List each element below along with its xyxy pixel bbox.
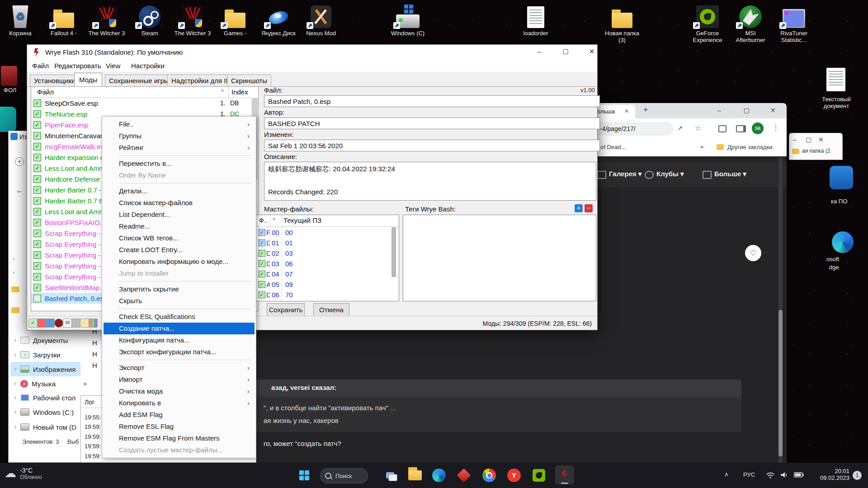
- search-box[interactable]: Поиск: [320, 468, 368, 483]
- menu-item-remove-esm-flag[interactable]: Remove ESM Flag From Masters: [102, 432, 256, 444]
- menu-item-file[interactable]: File..›: [102, 118, 256, 130]
- checkbox-checked-icon[interactable]: ✓: [33, 262, 41, 270]
- sidebar-icon[interactable]: [736, 125, 746, 132]
- like-heart-icon[interactable]: ♡: [745, 245, 761, 261]
- checkbox-checked-icon[interactable]: ✓: [33, 132, 41, 140]
- quote-link[interactable]: ...: [388, 404, 396, 412]
- master-row[interactable]: ✓F0000: [256, 227, 390, 238]
- edge-icon[interactable]: [832, 231, 854, 253]
- maximize-icon[interactable]: ▢: [806, 136, 811, 143]
- menu-item-list-dependent[interactable]: List Dependent...: [102, 209, 256, 221]
- checkbox-checked-icon[interactable]: ✓: [33, 121, 41, 129]
- masters-scrollbar-thumb[interactable]: [392, 227, 396, 277]
- tree-chevron-icon[interactable]: ›: [9, 269, 19, 276]
- battery-icon[interactable]: [794, 472, 804, 478]
- taskbar-explorer-icon[interactable]: [407, 468, 423, 483]
- master-row[interactable]: ✓D0306: [256, 258, 390, 269]
- cancel-button[interactable]: Отмена: [313, 303, 349, 316]
- sidebar-item-desktop[interactable]: › Рабочий стол: [10, 390, 87, 405]
- extensions-icon[interactable]: [718, 125, 726, 132]
- language-indicator[interactable]: РУС: [743, 471, 755, 478]
- menu-item-copy-mod-info[interactable]: Копировать информацию о моде...: [102, 256, 256, 267]
- column-current[interactable]: Текущий ПЗ: [283, 216, 321, 224]
- checkbox-checked-icon[interactable]: ✓: [33, 154, 41, 161]
- tray-chevron-icon[interactable]: ∧: [724, 471, 729, 478]
- statusbar-tool-icon[interactable]: [71, 319, 80, 328]
- desktop-icon-loadorder[interactable]: loadorder: [514, 3, 557, 37]
- column-divider[interactable]: [228, 87, 229, 98]
- column-file[interactable]: Ф..: [259, 217, 267, 224]
- other-bookmarks[interactable]: Другие закладки: [727, 144, 773, 150]
- minimize-icon[interactable]: –: [717, 107, 721, 114]
- profile-avatar[interactable]: 9й: [752, 122, 764, 134]
- checkbox-checked-icon[interactable]: ✓: [259, 239, 265, 246]
- statusbar-doc-icon[interactable]: [80, 319, 89, 328]
- maximize-button[interactable]: ▢: [555, 47, 576, 55]
- menu-edit[interactable]: Редактировать: [54, 62, 101, 70]
- taskbar-clock[interactable]: 20:01 09.02.2023: [811, 468, 849, 481]
- checkbox-checked-icon[interactable]: ✓: [259, 291, 265, 298]
- statusbar-chart-icon[interactable]: [89, 319, 98, 328]
- sidebar-item-documents[interactable]: › Документы: [10, 333, 87, 347]
- log-tab-label[interactable]: Лог: [85, 399, 94, 406]
- file-name-field[interactable]: Bashed Patch, 0.esp: [264, 95, 600, 107]
- desktop-icon-geforce[interactable]: ↗ GeForce Experience: [686, 3, 729, 43]
- start-button[interactable]: [297, 468, 312, 483]
- checkbox-checked-icon[interactable]: ✓: [259, 271, 265, 277]
- background-window-fragment[interactable]: – ▢ ✕ ая папка (2: [789, 133, 843, 160]
- menu-item-create-loot-entry[interactable]: Create LOOT Entry...: [102, 244, 256, 256]
- checkbox-checked-icon[interactable]: ✓: [259, 281, 265, 288]
- maximize-icon[interactable]: ▢: [744, 107, 750, 114]
- menu-item-import[interactable]: Импорт›: [102, 374, 256, 385]
- tree-chevron-icon[interactable]: ›: [9, 256, 19, 262]
- checkbox-checked-icon[interactable]: ✓: [33, 240, 41, 248]
- minimize-button[interactable]: –: [529, 47, 550, 55]
- browser-menu-icon[interactable]: ⋮: [772, 123, 779, 132]
- tab-screenshots[interactable]: Скриншоты: [227, 75, 271, 86]
- taskbar-yandex-icon[interactable]: Y: [506, 468, 522, 483]
- sidebar-item-new-volume[interactable]: › Новый том (D: [10, 420, 87, 434]
- desktop-icon-new-folder-3[interactable]: Новая папка (3): [600, 3, 644, 43]
- checkbox-checked-icon[interactable]: ✓: [33, 110, 41, 118]
- master-row[interactable]: ✓D0407: [256, 269, 390, 279]
- statusbar-red-icon[interactable]: [37, 319, 46, 328]
- checkbox-checked-icon[interactable]: ✓: [259, 229, 265, 236]
- menu-item-details[interactable]: Детали...: [102, 185, 256, 197]
- taskbar-red-app-icon[interactable]: [456, 468, 472, 483]
- menu-item-list-wb-tags[interactable]: Список WB тегов...: [102, 232, 256, 244]
- bookmarks-overflow-icon[interactable]: »: [700, 143, 703, 150]
- desktop-icon-fragment[interactable]: [1, 66, 17, 86]
- master-row[interactable]: ✓A0509: [256, 279, 390, 290]
- desktop-icon-witcher3-2[interactable]: ↗ The Witcher 3: [171, 3, 214, 37]
- sidebar-item-downloads[interactable]: › ↓ Загрузки: [10, 347, 87, 362]
- bookmark-item[interactable]: of Dead...: [600, 144, 626, 150]
- mod-row[interactable]: ✓SleepOrSave.esp1.DB: [31, 98, 251, 108]
- nav-clubs[interactable]: Клубы ▾: [656, 170, 684, 178]
- desktop-icon-recycle-bin[interactable]: ♻ Корзина: [0, 3, 42, 37]
- desktop-icon-yandex-disk[interactable]: ↗ Яндекс.Диск: [257, 3, 300, 37]
- menu-item-copy-to[interactable]: Копировать в›: [102, 397, 256, 409]
- taskbar-nvidia-icon[interactable]: [531, 468, 547, 483]
- menu-item-rating[interactable]: Рейтинг›: [102, 142, 256, 154]
- checkbox-checked-icon[interactable]: ✓: [259, 250, 265, 257]
- menu-item-check-esl[interactable]: Check ESL Qualifications: [102, 311, 256, 323]
- description-field[interactable]: 核斜薪芯肋谢械薪芯: 20.04.2022 19:32:24 Records C…: [264, 162, 596, 201]
- teal-icon-fragment[interactable]: [0, 107, 16, 132]
- checkbox-checked-icon[interactable]: ✓: [33, 230, 41, 237]
- checkbox-checked-icon[interactable]: ✓: [259, 260, 265, 267]
- desktop-icon-nexus-mod[interactable]: ↗ Nexus Mod: [299, 3, 343, 37]
- chevrons-icon[interactable]: »: [83, 380, 87, 387]
- menu-item-hide[interactable]: Скрыть: [102, 295, 256, 307]
- author-field[interactable]: BASHED PATCH: [264, 117, 600, 129]
- menu-item-list-masters[interactable]: Список мастер-файлов: [102, 197, 256, 209]
- notification-badge[interactable]: 1: [853, 471, 862, 480]
- back-arrow-icon[interactable]: ←: [16, 186, 24, 195]
- column-file[interactable]: Файл: [37, 88, 54, 96]
- checkbox-unchecked-icon[interactable]: [33, 295, 41, 302]
- close-button[interactable]: ✕: [581, 47, 602, 56]
- menu-item-rebuild-patch[interactable]: Создание патча...: [104, 323, 255, 334]
- wrye-title-bar[interactable]: Wrye Flash 310 (Standalone): По умолчани…: [27, 45, 597, 60]
- sidebar-item-pictures[interactable]: › Изображения: [10, 362, 87, 376]
- checkbox-checked-icon[interactable]: ✓: [33, 99, 41, 107]
- minimize-icon[interactable]: –: [793, 136, 797, 143]
